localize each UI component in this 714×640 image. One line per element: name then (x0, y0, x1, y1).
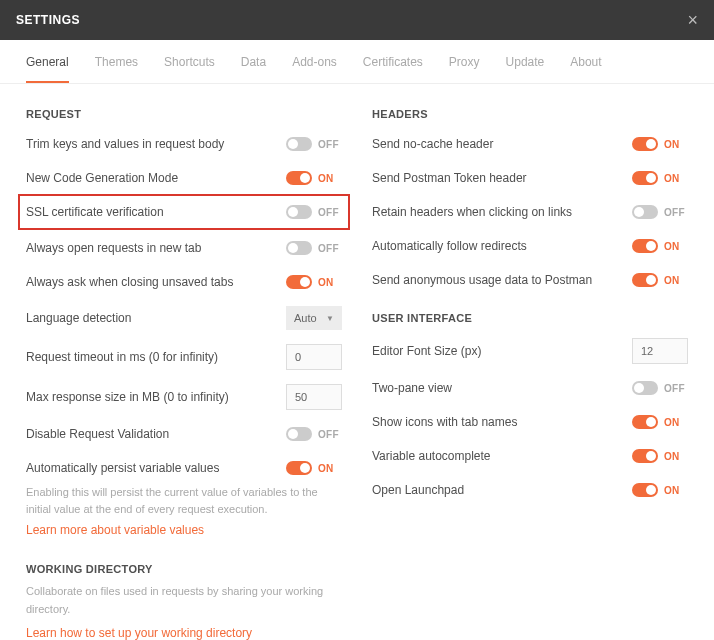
label-retain: Retain headers when clicking on links (372, 205, 632, 219)
section-request: REQUEST (26, 108, 342, 120)
label-codegen: New Code Generation Mode (26, 171, 286, 185)
label-nocache: Send no-cache header (372, 137, 632, 151)
tab-themes[interactable]: Themes (95, 55, 138, 83)
toggle-varauto[interactable]: ON (632, 449, 688, 463)
select-langdet[interactable]: Auto ▼ (286, 306, 342, 330)
toggle-disableval[interactable]: OFF (286, 427, 342, 441)
row-timeout: Request timeout in ms (0 for infinity) (26, 344, 342, 370)
toggle-tabicons[interactable]: ON (632, 415, 688, 429)
label-langdet: Language detection (26, 311, 286, 325)
tab-shortcuts[interactable]: Shortcuts (164, 55, 215, 83)
label-launchpad: Open Launchpad (372, 483, 632, 497)
row-ssl: SSL certificate verification OFF (26, 202, 342, 222)
desc-persist: Enabling this will persist the current v… (26, 484, 342, 517)
tab-proxy[interactable]: Proxy (449, 55, 480, 83)
right-column: HEADERS Send no-cache header ON Send Pos… (372, 108, 688, 640)
label-anon: Send anonymous usage data to Postman (372, 273, 632, 287)
label-persist: Automatically persist variable values (26, 461, 286, 475)
label-newtab: Always open requests in new tab (26, 241, 286, 255)
row-langdet: Language detection Auto ▼ (26, 306, 342, 330)
toggle-anon[interactable]: ON (632, 273, 688, 287)
row-launchpad: Open Launchpad ON (372, 480, 688, 500)
row-retain: Retain headers when clicking on links OF… (372, 202, 688, 222)
chevron-down-icon: ▼ (326, 314, 334, 323)
tab-data[interactable]: Data (241, 55, 266, 83)
desc-workingdir: Collaborate on files used in requests by… (26, 583, 342, 618)
row-pmtoken: Send Postman Token header ON (372, 168, 688, 188)
row-varauto: Variable autocomplete ON (372, 446, 688, 466)
label-ssl: SSL certificate verification (26, 205, 286, 219)
link-persist[interactable]: Learn more about variable values (26, 523, 342, 537)
label-trim: Trim keys and values in request body (26, 137, 286, 151)
tab-about[interactable]: About (570, 55, 601, 83)
toggle-trim[interactable]: OFF (286, 137, 342, 151)
row-trim: Trim keys and values in request body OFF (26, 134, 342, 154)
row-newtab: Always open requests in new tab OFF (26, 238, 342, 258)
label-pmtoken: Send Postman Token header (372, 171, 632, 185)
row-codegen: New Code Generation Mode ON (26, 168, 342, 188)
settings-content: REQUEST Trim keys and values in request … (0, 84, 714, 640)
link-workingdir[interactable]: Learn how to set up your working directo… (26, 626, 342, 640)
toggle-newtab[interactable]: OFF (286, 241, 342, 255)
input-maxresp[interactable] (286, 384, 342, 410)
label-maxresp: Max response size in MB (0 to infinity) (26, 390, 286, 404)
tab-general[interactable]: General (26, 55, 69, 83)
row-maxresp: Max response size in MB (0 to infinity) (26, 384, 342, 410)
toggle-twopane[interactable]: OFF (632, 381, 688, 395)
label-tabicons: Show icons with tab names (372, 415, 632, 429)
toggle-persist[interactable]: ON (286, 461, 342, 475)
toggle-ssl[interactable]: OFF (286, 205, 342, 219)
section-headers: HEADERS (372, 108, 688, 120)
label-fontsize: Editor Font Size (px) (372, 344, 632, 358)
row-tabicons: Show icons with tab names ON (372, 412, 688, 432)
row-persist: Automatically persist variable values ON (26, 458, 342, 478)
row-twopane: Two-pane view OFF (372, 378, 688, 398)
toggle-launchpad[interactable]: ON (632, 483, 688, 497)
row-nocache: Send no-cache header ON (372, 134, 688, 154)
row-anon: Send anonymous usage data to Postman ON (372, 270, 688, 290)
toggle-redirects[interactable]: ON (632, 239, 688, 253)
titlebar: SETTINGS × (0, 0, 714, 40)
input-timeout[interactable] (286, 344, 342, 370)
row-askclose: Always ask when closing unsaved tabs ON (26, 272, 342, 292)
tabs-bar: General Themes Shortcuts Data Add-ons Ce… (0, 40, 714, 84)
toggle-retain[interactable]: OFF (632, 205, 688, 219)
highlight-ssl: SSL certificate verification OFF (18, 194, 350, 230)
toggle-askclose[interactable]: ON (286, 275, 342, 289)
row-fontsize: Editor Font Size (px) (372, 338, 688, 364)
tab-update[interactable]: Update (506, 55, 545, 83)
toggle-codegen[interactable]: ON (286, 171, 342, 185)
row-disableval: Disable Request Validation OFF (26, 424, 342, 444)
section-workingdir: WORKING DIRECTORY (26, 563, 342, 575)
label-twopane: Two-pane view (372, 381, 632, 395)
tab-certificates[interactable]: Certificates (363, 55, 423, 83)
input-fontsize[interactable] (632, 338, 688, 364)
window-title: SETTINGS (16, 13, 80, 27)
left-column: REQUEST Trim keys and values in request … (26, 108, 342, 640)
row-redirects: Automatically follow redirects ON (372, 236, 688, 256)
toggle-pmtoken[interactable]: ON (632, 171, 688, 185)
label-varauto: Variable autocomplete (372, 449, 632, 463)
toggle-nocache[interactable]: ON (632, 137, 688, 151)
section-ui: USER INTERFACE (372, 312, 688, 324)
label-timeout: Request timeout in ms (0 for infinity) (26, 350, 286, 364)
label-askclose: Always ask when closing unsaved tabs (26, 275, 286, 289)
label-disableval: Disable Request Validation (26, 427, 286, 441)
close-icon[interactable]: × (687, 11, 698, 29)
tab-addons[interactable]: Add-ons (292, 55, 337, 83)
label-redirects: Automatically follow redirects (372, 239, 632, 253)
